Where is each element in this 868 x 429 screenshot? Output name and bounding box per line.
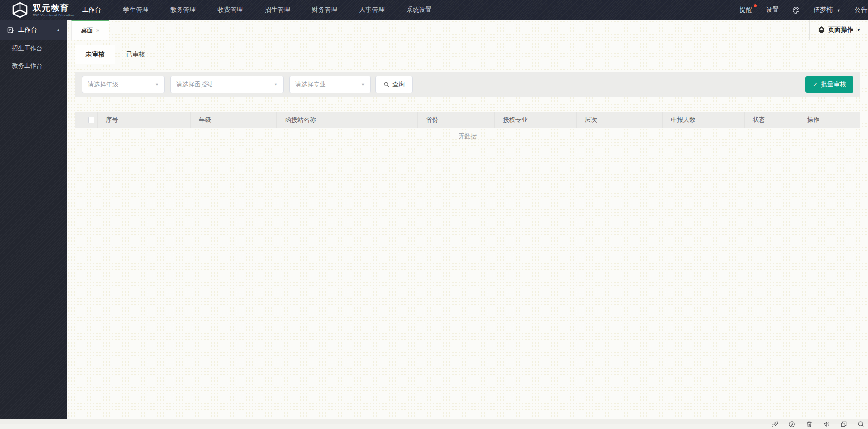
- brand-title: 双元教育: [33, 4, 74, 12]
- workbench-icon: [7, 27, 14, 34]
- brand-logo: [11, 2, 29, 18]
- announcement-link[interactable]: 公告: [854, 6, 867, 14]
- user-menu[interactable]: 伍梦楠 ▼: [814, 6, 841, 14]
- page-actions-menu[interactable]: 页面操作 ▼: [809, 20, 868, 40]
- grade-select[interactable]: 请选择年级 ▼: [82, 76, 165, 93]
- major-select-placeholder: 请选择专业: [295, 80, 357, 89]
- sidebar-group-label: 工作台: [18, 26, 56, 34]
- sidebar-item-academic-workbench[interactable]: 教务工作台: [0, 57, 67, 75]
- nav-item-finance-mgmt[interactable]: 财务管理: [312, 6, 337, 14]
- nav-item-enrollment-mgmt[interactable]: 招生管理: [265, 6, 290, 14]
- select-all-checkbox[interactable]: [88, 117, 94, 123]
- batch-review-label: 批量审核: [821, 80, 846, 89]
- filter-bar: 请选择年级 ▼ 请选择函授站 ▼ 请选择专业 ▼: [75, 72, 860, 97]
- status-bar: [0, 419, 868, 429]
- user-name: 伍梦楠: [814, 6, 833, 13]
- check-icon: ✓: [813, 81, 818, 88]
- close-icon[interactable]: ×: [96, 27, 99, 34]
- chevron-down-icon: ▼: [857, 28, 861, 32]
- topbar: 双元教育 B&B Vocational Education 工作台 学生管理 教…: [0, 0, 868, 20]
- nav-item-workbench[interactable]: 工作台: [82, 6, 101, 14]
- nav-item-academic-mgmt[interactable]: 教务管理: [170, 6, 196, 14]
- nav-item-system-settings[interactable]: 系统设置: [406, 6, 432, 14]
- major-select[interactable]: 请选择专业 ▼: [289, 76, 371, 93]
- chevron-down-icon: ▼: [361, 82, 365, 87]
- body-row: 工作台 ▲ 招生工作台 教务工作台 桌面 ×: [0, 20, 868, 419]
- col-header-station-name: 函授站名称: [277, 112, 418, 128]
- app-screen: 双元教育 B&B Vocational Education 工作台 学生管理 教…: [0, 0, 868, 429]
- volume-icon[interactable]: [823, 421, 830, 428]
- tab-desktop-label: 桌面: [81, 26, 93, 35]
- nav-item-fee-mgmt[interactable]: 收费管理: [217, 6, 243, 14]
- review-subtabs: 未审核 已审核: [75, 45, 860, 64]
- rocket-icon[interactable]: [771, 421, 778, 428]
- col-header-actions: 操作: [799, 112, 860, 128]
- chevron-down-icon: ▼: [274, 82, 278, 87]
- reminder-badge-dot: [754, 4, 757, 7]
- theme-palette-icon[interactable]: [792, 6, 800, 14]
- col-header-status: 状态: [745, 112, 799, 128]
- trash-icon[interactable]: [806, 421, 813, 428]
- chevron-down-icon: ▼: [155, 82, 159, 87]
- zoom-icon[interactable]: [858, 421, 864, 428]
- col-header-applicant-count: 申报人数: [663, 112, 745, 128]
- station-select-placeholder: 请选择函授站: [176, 80, 270, 89]
- nav-item-student-mgmt[interactable]: 学生管理: [123, 6, 148, 14]
- page-tabbar: 桌面 × 页面操作 ▼: [67, 20, 868, 40]
- subtab-unreviewed[interactable]: 未审核: [75, 45, 115, 64]
- brand-subtitle: B&B Vocational Education: [33, 14, 74, 17]
- batch-review-button[interactable]: ✓ 批量审核: [805, 76, 853, 93]
- subtab-reviewed[interactable]: 已审核: [115, 45, 156, 64]
- announcement-label: 公告: [854, 6, 867, 13]
- main-area: 桌面 × 页面操作 ▼ 未审核: [67, 20, 868, 419]
- topbar-right: 提醒 设置 伍梦楠 ▼ 公告: [740, 6, 868, 14]
- chevron-down-icon: ▼: [837, 8, 841, 13]
- settings-link[interactable]: 设置: [766, 6, 779, 14]
- col-header-grade: 年级: [191, 112, 277, 128]
- tab-desktop[interactable]: 桌面 ×: [71, 20, 109, 40]
- search-icon: [383, 81, 390, 88]
- table-header-row: 序号 年级 函授站名称 省份 授权专业 层次 申报人数 状态 操作: [75, 112, 860, 128]
- table-header-checkbox-cell: [75, 112, 98, 128]
- search-button-label: 查询: [392, 80, 405, 89]
- chevron-up-icon: ▲: [56, 28, 60, 32]
- station-select[interactable]: 请选择函授站 ▼: [170, 76, 284, 93]
- gear-icon: [818, 26, 825, 34]
- sidebar-group-workbench[interactable]: 工作台 ▲: [0, 20, 67, 40]
- reminder-label: 提醒: [740, 6, 752, 13]
- sidebar: 工作台 ▲ 招生工作台 教务工作台: [0, 20, 67, 419]
- brand: 双元教育 B&B Vocational Education: [0, 2, 76, 18]
- col-header-level: 层次: [577, 112, 663, 128]
- search-button[interactable]: 查询: [375, 76, 413, 93]
- settings-label: 设置: [766, 6, 779, 13]
- performance-icon[interactable]: [789, 421, 795, 428]
- col-header-index: 序号: [98, 112, 191, 128]
- page-actions-label: 页面操作: [828, 26, 853, 34]
- col-header-province: 省份: [418, 112, 495, 128]
- nav-item-hr-mgmt[interactable]: 人事管理: [359, 6, 385, 14]
- table-empty-text: 无数据: [75, 128, 860, 140]
- brand-text: 双元教育 B&B Vocational Education: [33, 4, 74, 17]
- top-nav: 工作台 学生管理 教务管理 收费管理 招生管理 财务管理 人事管理 系统设置: [82, 6, 432, 14]
- reminder-link[interactable]: 提醒: [740, 6, 752, 14]
- sidebar-item-enrollment-workbench[interactable]: 招生工作台: [0, 40, 67, 57]
- content: 未审核 已审核 请选择年级 ▼ 请选择函授站 ▼ 请选择专业 ▼: [67, 40, 868, 419]
- col-header-authorized-major: 授权专业: [495, 112, 577, 128]
- window-icon[interactable]: [840, 421, 847, 428]
- grade-select-placeholder: 请选择年级: [88, 80, 151, 89]
